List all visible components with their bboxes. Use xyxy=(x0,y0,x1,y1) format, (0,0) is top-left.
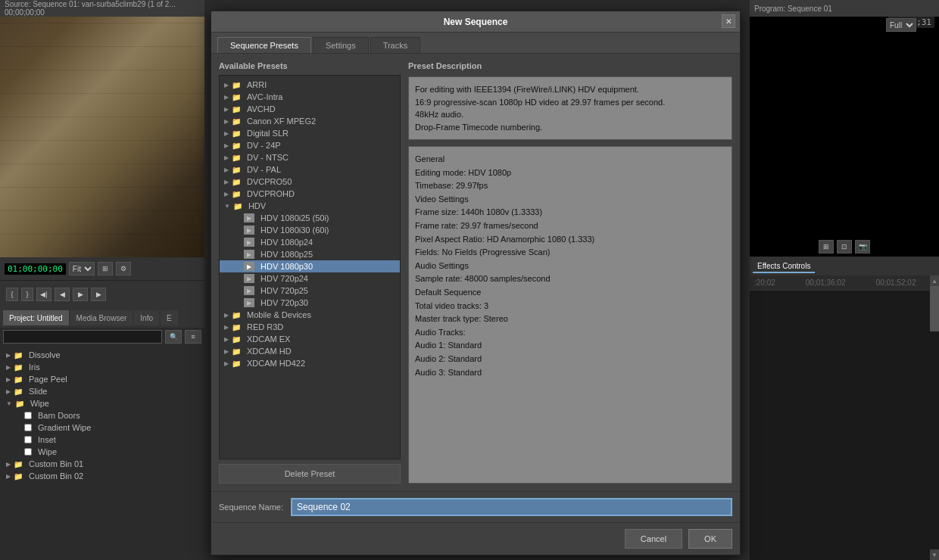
tree-chevron: ▶ xyxy=(6,364,11,371)
extra-tab[interactable]: E xyxy=(161,310,178,325)
preset-item[interactable]: ▶📁Digital SLR xyxy=(220,127,400,139)
chevron-icon: ▶ xyxy=(224,191,229,198)
r-export[interactable]: 📷 xyxy=(855,240,870,254)
search-btn[interactable]: 🔍 xyxy=(165,330,182,344)
preset-item[interactable]: ▶📁AVC-Intra xyxy=(220,91,400,103)
preset-item[interactable]: ▶📁ARRI xyxy=(220,79,400,91)
preset-item[interactable]: ▶📁Canon XF MPEG2 xyxy=(220,115,400,127)
new-sequence-dialog: New Sequence ✕ Sequence Presets Settings… xyxy=(211,11,741,555)
step-back-btn[interactable]: ◀ xyxy=(55,288,70,301)
r-mark-in[interactable]: ⊞ xyxy=(819,240,834,254)
tab-sequence-presets[interactable]: Sequence Presets xyxy=(217,37,311,53)
folder-icon: 📁 xyxy=(232,81,241,89)
project-tree-item[interactable]: ▶📁Page Peel xyxy=(0,373,204,385)
project-tree-item[interactable]: ▶📁Custom Bin 01 xyxy=(0,458,204,470)
play-btn[interactable]: ▶ xyxy=(73,288,88,301)
effects-tab-active[interactable]: Effects Controls xyxy=(753,260,815,273)
preset-item[interactable]: ▶📁DV - NTSC xyxy=(220,151,400,163)
media-browser-tab[interactable]: Media Browser xyxy=(70,310,133,325)
folder-icon: 📁 xyxy=(232,129,241,138)
preset-description-text: For editing with IEEE1394 (FireWire/i.LI… xyxy=(408,76,732,140)
r-match-frame[interactable]: ⊡ xyxy=(837,240,852,254)
folder-icon: 📁 xyxy=(232,178,241,186)
project-tree-item[interactable]: ▶📁Iris xyxy=(0,361,204,373)
program-bar-text: Program: Sequence 01 xyxy=(754,5,832,13)
chevron-icon: ▶ xyxy=(224,360,229,367)
item-checkbox[interactable] xyxy=(24,424,32,431)
preset-item[interactable]: ▶📁RED R3D xyxy=(220,321,400,333)
project-tree-item[interactable]: ▶📁Custom Bin 02 xyxy=(0,470,204,482)
tab-tracks[interactable]: Tracks xyxy=(370,37,421,53)
folder-icon: 📁 xyxy=(232,311,241,319)
project-tree-item[interactable]: ▼📁Wipe xyxy=(0,397,204,409)
preset-item[interactable]: ▶📁Mobile & Devices xyxy=(220,309,400,321)
delete-preset-button[interactable]: Delete Preset xyxy=(219,464,401,484)
preset-item[interactable]: ▶📁XDCAM EX xyxy=(220,333,400,345)
preset-file-icon: ▶ xyxy=(244,213,254,222)
search-bar: 🔍 ≡ xyxy=(0,328,204,346)
item-checkbox[interactable] xyxy=(24,448,32,456)
preset-item[interactable]: ▶📁XDCAM HD422 xyxy=(220,357,400,369)
dialog-close-btn[interactable]: ✕ xyxy=(722,14,735,28)
preset-item[interactable]: ▼📁HDV xyxy=(220,200,400,212)
settings-btn[interactable]: ⚙ xyxy=(116,262,131,275)
preset-item-label: DVCPRO50 xyxy=(247,177,292,186)
chevron-icon: ▶ xyxy=(224,154,229,161)
cancel-button[interactable]: Cancel xyxy=(625,529,682,549)
preset-item[interactable]: ▶📁DV - 24P xyxy=(220,139,400,151)
folder-icon: 📁 xyxy=(232,347,241,356)
preset-item[interactable]: ▶HDV 720p30 xyxy=(220,297,400,309)
project-tree-item[interactable]: Inset xyxy=(0,434,204,446)
sequence-name-input[interactable] xyxy=(291,498,732,516)
scroll-up-arrow[interactable]: ▲ xyxy=(930,275,939,286)
project-tab[interactable]: Project: Untitled xyxy=(3,310,69,325)
preset-item[interactable]: ▶HDV 720p25 xyxy=(220,285,400,297)
full-select[interactable]: Full xyxy=(886,18,916,32)
item-checkbox[interactable] xyxy=(24,412,32,419)
preset-item[interactable]: ▶📁DVCPROHD xyxy=(220,188,400,200)
chevron-icon: ▶ xyxy=(224,82,229,89)
folder-icon: 📁 xyxy=(232,117,241,126)
tree-chevron: ▶ xyxy=(6,461,11,468)
preset-file-icon: ▶ xyxy=(244,274,254,283)
dialog-buttons: Cancel OK xyxy=(211,522,740,555)
project-tree-item[interactable]: ▶📁Dissolve xyxy=(0,349,204,361)
preset-item[interactable]: ▶📁DVCPRO50 xyxy=(220,176,400,188)
project-tree-item[interactable]: Barn Doors xyxy=(0,409,204,422)
scroll-thumb[interactable] xyxy=(930,286,939,331)
mark-in-btn[interactable]: { xyxy=(6,288,18,301)
project-tree-item[interactable]: Wipe xyxy=(0,446,204,458)
right-scrollbar[interactable]: ▲ ▼ xyxy=(930,275,939,560)
zoom-btn[interactable]: ⊞ xyxy=(98,262,113,275)
preset-item[interactable]: ▶📁DV - PAL xyxy=(220,163,400,176)
preset-item-label: Canon XF MPEG2 xyxy=(247,117,316,126)
available-presets-label: Available Presets xyxy=(219,61,401,70)
mark-out-btn[interactable]: } xyxy=(21,288,33,301)
effects-content: :20;02 00;01;36;02 00;01;52;02 ▲ ▼ xyxy=(750,275,939,560)
folder-icon: 📁 xyxy=(232,323,241,331)
fit-select[interactable]: Fit xyxy=(69,262,95,275)
step-fwd-btn[interactable]: ▶ xyxy=(91,288,106,301)
preset-item[interactable]: ▶HDV 1080p24 xyxy=(220,236,400,248)
project-tree-item[interactable]: ▶📁Slide xyxy=(0,385,204,397)
info-tab[interactable]: Info xyxy=(134,310,159,325)
tree-item-label: Page Peel xyxy=(29,375,67,384)
item-checkbox[interactable] xyxy=(24,436,32,443)
preset-item[interactable]: ▶HDV 1080p30 xyxy=(220,260,400,272)
timeline-ruler: :20;02 00;01;36;02 00;01;52;02 xyxy=(750,275,939,291)
preset-item[interactable]: ▶📁XDCAM HD xyxy=(220,345,400,357)
go-to-in-btn[interactable]: ◀| xyxy=(36,288,51,301)
folder-icon: 📁 xyxy=(14,472,23,481)
search-input[interactable] xyxy=(3,330,162,344)
tab-settings[interactable]: Settings xyxy=(313,37,369,53)
preset-item[interactable]: ▶HDV 1080i25 (50i) xyxy=(220,212,400,224)
scroll-down-arrow[interactable]: ▼ xyxy=(930,549,939,560)
project-tree-item[interactable]: Gradient Wipe xyxy=(0,422,204,434)
preset-item[interactable]: ▶📁AVCHD xyxy=(220,103,400,115)
ok-button[interactable]: OK xyxy=(688,529,732,549)
preset-item[interactable]: ▶HDV 1080i30 (60i) xyxy=(220,224,400,236)
folder-icon: 📁 xyxy=(14,363,23,372)
preset-item[interactable]: ▶HDV 1080p25 xyxy=(220,248,400,260)
preset-item[interactable]: ▶HDV 720p24 xyxy=(220,272,400,285)
view-btn[interactable]: ≡ xyxy=(185,330,201,344)
